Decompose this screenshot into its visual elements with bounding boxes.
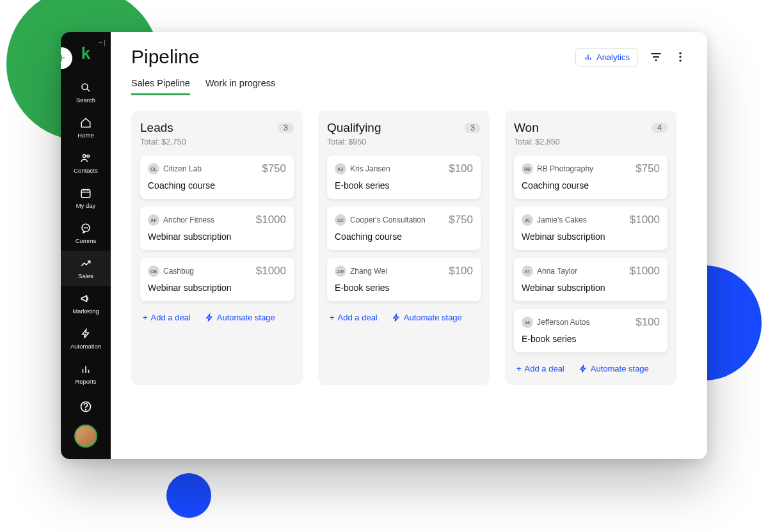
column-total: Total: $2,850 [514, 137, 668, 146]
deal-title: E-book series [522, 334, 660, 344]
analytics-button[interactable]: Analytics [575, 48, 638, 66]
deal-card[interactable]: AFAnchor Fitness$1000Webinar subscriptio… [140, 207, 294, 250]
deal-card[interactable]: CCCooper's Consultation$750Coaching cour… [327, 207, 481, 250]
deal-card[interactable]: JAJefferson Autos$100E-book series [514, 309, 668, 352]
add-button[interactable]: + [61, 47, 72, 69]
sidebar-label-marketing: Marketing [72, 308, 99, 315]
contacts-icon [79, 152, 92, 164]
deal-avatar: AF [148, 214, 159, 226]
deal-card[interactable]: ZWZhang Wei$100E-book series [327, 258, 481, 301]
sidebar-label-contacts: Contacts [74, 167, 98, 174]
deal-price: $750 [262, 162, 286, 175]
deal-title: Coaching course [148, 180, 286, 191]
svg-point-16 [86, 409, 86, 410]
sidebar-label-sales: Sales [78, 272, 93, 279]
lightning-icon [392, 313, 401, 322]
search-icon [79, 81, 92, 94]
column-count-badge: 4 [652, 123, 668, 133]
deal-price: $100 [636, 316, 660, 329]
add-deal-button[interactable]: +Add a deal [330, 313, 378, 322]
deal-title: Webinar subscription [148, 231, 286, 242]
deal-avatar: CL [148, 163, 159, 175]
decorative-circle-blue-small [166, 473, 211, 518]
user-avatar[interactable] [74, 425, 97, 448]
add-deal-label: Add a deal [525, 364, 564, 373]
analytics-label: Analytics [596, 52, 630, 62]
sidebar-label-reports: Reports [75, 378, 96, 385]
column-title: Won [514, 121, 539, 135]
filter-icon[interactable] [650, 51, 662, 63]
sidebar-item-automation[interactable]: Automation [61, 321, 111, 356]
sidebar-item-search[interactable]: Search [61, 75, 111, 110]
tab-sales-pipeline[interactable]: Sales Pipeline [131, 78, 190, 95]
column-total: Total: $2,750 [140, 137, 294, 146]
add-deal-button[interactable]: +Add a deal [516, 364, 564, 373]
app-logo[interactable]: k [81, 43, 90, 63]
sidebar-label-myday: My day [76, 202, 96, 209]
deal-card[interactable]: RBRB Photography$750Coaching course [514, 155, 668, 199]
tab-work-in-progress[interactable]: Work in progress [205, 78, 275, 95]
automate-stage-label: Automate stage [591, 364, 649, 373]
lightning-icon [205, 313, 214, 322]
svg-line-1 [87, 89, 90, 91]
deal-title: Webinar subscription [148, 283, 286, 293]
deal-price: $100 [449, 162, 473, 175]
automate-stage-button[interactable]: Automate stage [579, 364, 649, 373]
automate-stage-label: Automate stage [217, 313, 275, 322]
deal-title: Coaching course [522, 180, 660, 191]
column-count-badge: 3 [465, 123, 481, 133]
deal-company: Citizen Lab [163, 164, 202, 173]
bar-chart-icon [79, 363, 92, 375]
more-menu-icon[interactable] [674, 51, 687, 63]
sidebar-item-comms[interactable]: Comms [61, 215, 111, 251]
deal-price: $750 [449, 214, 473, 226]
deal-avatar: CC [335, 214, 346, 226]
chat-icon [79, 222, 92, 235]
column-count-badge: 3 [278, 123, 294, 133]
deal-title: Webinar subscription [522, 231, 660, 242]
svg-point-3 [87, 155, 90, 157]
svg-point-9 [84, 228, 84, 228]
deal-company: Anna Taylor [537, 267, 577, 276]
deal-company: Anchor Fitness [163, 215, 214, 224]
sales-icon [79, 257, 92, 270]
help-icon[interactable] [79, 400, 92, 413]
deal-title: E-book series [335, 283, 473, 293]
page-title: Pipeline [131, 46, 200, 68]
deal-company: Jefferson Autos [537, 318, 590, 327]
add-deal-button[interactable]: +Add a deal [143, 313, 191, 322]
sidebar-item-home[interactable]: Home [61, 110, 111, 145]
sidebar-item-reports[interactable]: Reports [61, 356, 111, 391]
sidebar: →| k + Search Home Contacts My day [61, 32, 111, 459]
column-title: Qualifying [327, 121, 381, 135]
deal-card[interactable]: CLCitizen Lab$750Coaching course [140, 155, 294, 199]
sidebar-label-automation: Automation [70, 343, 101, 350]
collapse-sidebar-icon[interactable]: →| [97, 38, 106, 46]
pipeline-column: Won4Total: $2,850RBRB Photography$750Coa… [505, 111, 676, 385]
home-icon [79, 116, 92, 129]
deal-avatar: RB [522, 163, 533, 175]
deal-card[interactable]: CBCashbug$1000Webinar subscription [140, 258, 294, 301]
svg-point-2 [83, 155, 86, 158]
sidebar-label-comms: Comms [76, 237, 97, 244]
deal-card[interactable]: JCJamie's Cakes$1000Webinar subscription [514, 207, 668, 250]
automate-stage-button[interactable]: Automate stage [392, 313, 462, 322]
sidebar-item-contacts[interactable]: Contacts [61, 145, 111, 180]
pipeline-tabs: Sales Pipeline Work in progress [131, 78, 687, 95]
sidebar-item-marketing[interactable]: Marketing [61, 286, 111, 321]
deal-price: $1000 [630, 214, 660, 226]
sidebar-label-search: Search [76, 97, 95, 104]
deal-title: Webinar subscription [522, 283, 660, 293]
main-header: Pipeline Analytics [131, 46, 687, 68]
sidebar-label-home: Home [77, 132, 93, 139]
pipeline-column: Qualifying3Total: $950KJKris Jansen$100E… [318, 111, 490, 385]
deal-card[interactable]: KJKris Jansen$100E-book series [327, 155, 481, 199]
sidebar-item-sales[interactable]: Sales [61, 251, 111, 286]
deal-price: $1000 [256, 265, 286, 278]
deal-card[interactable]: ATAnna Taylor$1000Webinar subscription [514, 258, 668, 301]
sidebar-item-myday[interactable]: My day [61, 180, 111, 215]
deal-price: $1000 [256, 214, 286, 226]
column-title: Leads [140, 121, 173, 135]
automate-stage-button[interactable]: Automate stage [205, 313, 275, 322]
deal-avatar: JC [522, 214, 533, 226]
